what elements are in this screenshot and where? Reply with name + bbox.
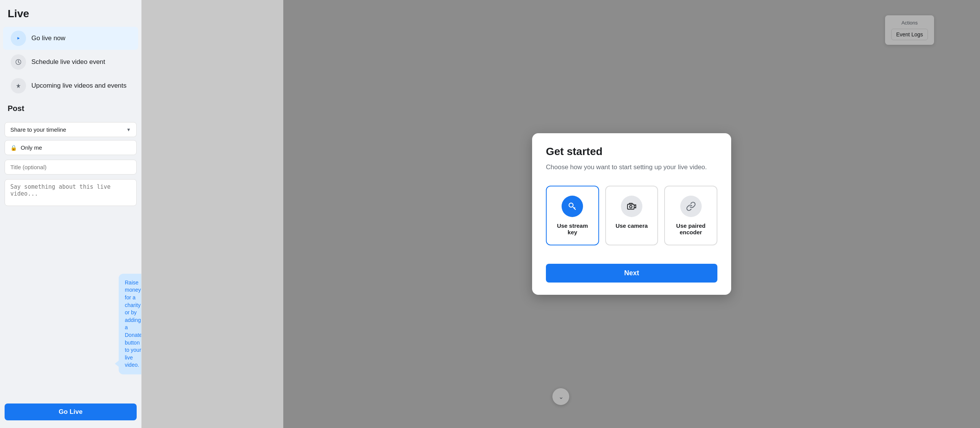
upcoming-label: Upcoming live videos and events bbox=[31, 82, 127, 90]
paired-encoder-label: Use paired encoder bbox=[671, 222, 710, 235]
share-dropdown[interactable]: Share to your timeline ▼ bbox=[5, 122, 137, 137]
option-stream-key[interactable]: Use stream key bbox=[546, 186, 599, 245]
camera-option-icon bbox=[621, 196, 642, 217]
lock-icon: 🔒 bbox=[10, 145, 17, 151]
svg-point-6 bbox=[630, 206, 632, 208]
option-camera[interactable]: Use camera bbox=[605, 186, 658, 245]
chevron-down-icon: ▼ bbox=[126, 127, 131, 132]
main-area: Actions Event Logs ⌄ Get started Choose … bbox=[142, 0, 980, 428]
key-icon bbox=[562, 196, 583, 217]
sidebar-item-schedule[interactable]: Schedule live video event bbox=[3, 51, 138, 74]
modal-subtitle: Choose how you want to start setting up … bbox=[546, 162, 717, 172]
privacy-row[interactable]: 🔒 Only me bbox=[5, 140, 137, 155]
stream-key-label: Use stream key bbox=[553, 222, 592, 235]
sidebar: Live Go live now Schedule live video eve… bbox=[0, 0, 142, 428]
camera-label: Use camera bbox=[616, 222, 648, 229]
sidebar-title: Live bbox=[0, 8, 141, 26]
option-paired-encoder[interactable]: Use paired encoder bbox=[664, 186, 717, 245]
clock-icon bbox=[11, 54, 26, 70]
title-input[interactable] bbox=[5, 160, 137, 175]
share-dropdown-label: Share to your timeline bbox=[10, 126, 66, 133]
get-started-modal: Get started Choose how you want to start… bbox=[532, 133, 731, 295]
sidebar-item-upcoming[interactable]: Upcoming live videos and events bbox=[3, 74, 138, 97]
modal-overlay: Get started Choose how you want to start… bbox=[283, 0, 980, 428]
options-row: Use stream key Use camera bbox=[546, 186, 717, 245]
camera-icon bbox=[11, 31, 26, 46]
svg-rect-5 bbox=[627, 204, 634, 209]
schedule-label: Schedule live video event bbox=[31, 58, 105, 66]
go-live-label: Go live now bbox=[31, 34, 65, 42]
svg-point-4 bbox=[569, 203, 573, 207]
description-input[interactable] bbox=[5, 179, 137, 206]
link-icon bbox=[680, 196, 702, 217]
tooltip-bubble: Raise money for a charity or by adding a… bbox=[119, 274, 142, 374]
modal-title: Get started bbox=[546, 145, 717, 158]
post-section-title: Post bbox=[0, 98, 141, 116]
sidebar-item-go-live-now[interactable]: Go live now bbox=[3, 27, 138, 50]
go-live-button[interactable]: Go Live bbox=[5, 403, 137, 420]
star-icon bbox=[11, 78, 26, 93]
privacy-label: Only me bbox=[21, 144, 42, 151]
next-button[interactable]: Next bbox=[546, 264, 717, 283]
